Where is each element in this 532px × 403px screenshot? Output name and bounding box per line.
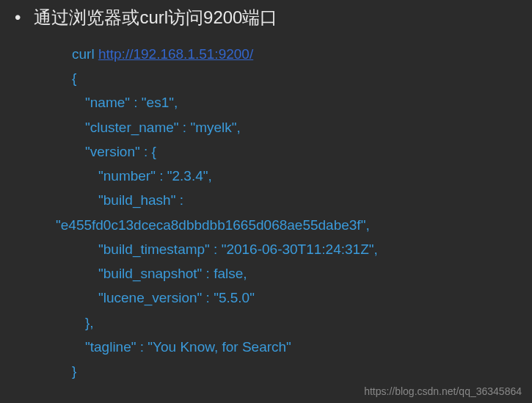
- json-close-brace: }: [72, 359, 517, 383]
- bullet-icon: •: [15, 7, 21, 29]
- curl-url-link[interactable]: http://192.168.1.51:9200/: [98, 46, 253, 62]
- json-number-line: "number" : "2.3.4",: [72, 164, 517, 188]
- json-tagline-line: "tagline" : "You Know, for Search": [72, 335, 517, 359]
- curl-prefix: curl: [72, 46, 98, 62]
- bullet-heading: • 通过浏览器或curl访问9200端口: [15, 7, 517, 29]
- heading-text: 通过浏览器或curl访问9200端口: [34, 7, 277, 29]
- json-build-timestamp-line: "build_timestamp" : "2016-06-30T11:24:31…: [72, 237, 517, 261]
- json-open-brace: {: [72, 66, 517, 90]
- json-build-snapshot-line: "build_snapshot" : false,: [72, 261, 517, 286]
- curl-command-line: curl http://192.168.1.51:9200/: [72, 42, 517, 66]
- json-lucene-line: "lucene_version" : "5.5.0": [72, 286, 517, 310]
- json-build-hash-value: "e455fd0c13dceca8dbbdbb1665d068ae55dabe3…: [56, 213, 517, 237]
- json-version-close: },: [72, 311, 517, 335]
- document-container: • 通过浏览器或curl访问9200端口 curl http://192.168…: [0, 0, 532, 391]
- json-cluster-line: "cluster_name" : "myelk",: [72, 115, 517, 139]
- json-build-hash-label: "build_hash" :: [72, 188, 517, 212]
- code-block: curl http://192.168.1.51:9200/ { "name" …: [15, 42, 517, 384]
- json-name-line: "name" : "es1",: [72, 90, 517, 115]
- json-version-open: "version" : {: [72, 139, 517, 164]
- watermark-text: https://blog.csdn.net/qq_36345864: [364, 385, 522, 397]
